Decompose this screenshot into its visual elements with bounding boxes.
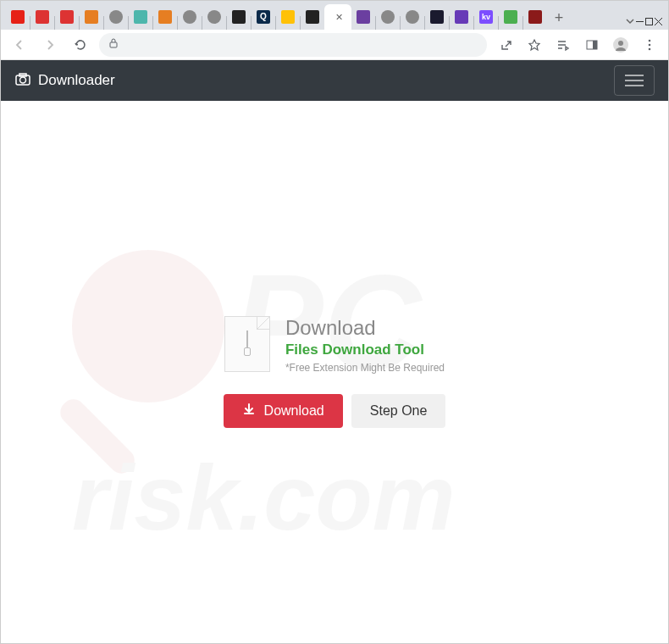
tab-8[interactable] <box>178 4 202 30</box>
tab-21[interactable] <box>499 4 522 30</box>
globe-icon <box>207 10 221 24</box>
browser-window: Q ✕ kv + <box>0 0 669 644</box>
tab-15[interactable] <box>351 4 375 30</box>
tab-10[interactable] <box>227 4 251 30</box>
download-icon <box>60 10 74 24</box>
close-tab-icon[interactable]: ✕ <box>335 12 343 23</box>
tab-strip: Q ✕ kv + <box>1 1 668 30</box>
bookmark-button[interactable] <box>522 33 546 57</box>
tab-13[interactable] <box>301 4 324 30</box>
brand[interactable]: Downloader <box>14 70 115 92</box>
app-icon <box>134 10 147 24</box>
download-info: Download Files Download Tool *Free Exten… <box>224 316 445 374</box>
tab-9[interactable] <box>202 4 226 30</box>
tab-3[interactable] <box>55 4 79 30</box>
svg-point-8 <box>649 43 651 46</box>
svg-rect-1 <box>646 19 653 25</box>
brand-text: Downloader <box>38 72 115 89</box>
forward-button[interactable] <box>38 33 62 57</box>
main-content: Download Files Download Tool *Free Exten… <box>1 101 668 643</box>
tab-2[interactable] <box>30 4 54 30</box>
youtube-icon <box>11 10 25 24</box>
app-icon <box>455 10 468 24</box>
svg-rect-4 <box>593 41 597 49</box>
close-window-button[interactable] <box>654 14 663 30</box>
profile-button[interactable] <box>609 33 633 57</box>
app-icon <box>85 10 98 24</box>
globe-icon <box>183 10 196 24</box>
download-button[interactable]: Download <box>224 394 343 428</box>
tab-17[interactable] <box>401 4 424 30</box>
sidepanel-button[interactable] <box>580 33 604 57</box>
browser-toolbar <box>1 30 668 60</box>
download-arrow-icon <box>242 402 256 419</box>
svg-point-6 <box>618 41 623 46</box>
tab-20[interactable]: kv <box>474 4 498 30</box>
back-button[interactable] <box>8 33 31 57</box>
site-header: Downloader <box>1 60 668 101</box>
moon-icon <box>430 10 444 24</box>
tab-7[interactable] <box>153 4 177 30</box>
tab-19[interactable] <box>450 4 473 30</box>
camera-icon <box>14 70 31 92</box>
warning-icon <box>281 10 295 24</box>
step-one-button-label: Step One <box>370 403 428 419</box>
menu-button[interactable] <box>638 33 661 57</box>
minimize-button[interactable] <box>635 14 644 30</box>
tab-5[interactable] <box>104 4 128 30</box>
bars-icon <box>158 10 172 24</box>
download-title: Download <box>285 316 445 340</box>
tab-18[interactable] <box>425 4 449 30</box>
svg-point-9 <box>649 47 651 50</box>
zip-file-icon <box>224 316 270 372</box>
pause-icon <box>232 10 246 24</box>
new-tab-button[interactable]: + <box>547 6 571 30</box>
kv-icon: kv <box>479 10 493 24</box>
download-icon <box>36 10 49 24</box>
globe-icon <box>406 10 419 24</box>
app-icon <box>357 10 370 24</box>
download-button-label: Download <box>264 403 324 419</box>
q-icon: Q <box>257 10 270 24</box>
tab-4[interactable] <box>80 4 103 30</box>
download-note: *Free Extension Might Be Required <box>285 362 445 374</box>
tab-12[interactable] <box>276 4 300 30</box>
tabs-dropdown-button[interactable] <box>625 14 635 30</box>
hamburger-icon <box>625 80 644 81</box>
page-content: Downloader PC risk.com Download Files Do… <box>1 60 668 643</box>
share-button[interactable] <box>494 33 517 57</box>
svg-point-7 <box>649 39 651 42</box>
svg-rect-2 <box>110 42 117 47</box>
download-subtitle: Files Download Tool <box>285 341 445 358</box>
playlist-button[interactable] <box>551 33 575 57</box>
tab-11[interactable]: Q <box>252 4 275 30</box>
tab-1[interactable] <box>6 4 30 30</box>
globe-icon <box>381 10 395 24</box>
maximize-button[interactable] <box>644 14 654 30</box>
download-icon <box>504 10 517 24</box>
lock-icon <box>108 37 119 53</box>
tab-active[interactable]: ✕ <box>324 4 351 30</box>
tab-6[interactable] <box>129 4 152 30</box>
app-icon <box>306 10 319 24</box>
menu-toggle-button[interactable] <box>614 65 655 96</box>
button-row: Download Step One <box>224 394 446 428</box>
reload-button[interactable] <box>69 33 92 57</box>
tab-16[interactable] <box>376 4 400 30</box>
step-one-button[interactable]: Step One <box>351 394 446 428</box>
svg-point-11 <box>20 77 26 83</box>
tab-22[interactable] <box>523 4 547 30</box>
app-icon <box>528 10 542 24</box>
address-bar[interactable] <box>99 33 487 57</box>
globe-icon <box>109 10 123 24</box>
